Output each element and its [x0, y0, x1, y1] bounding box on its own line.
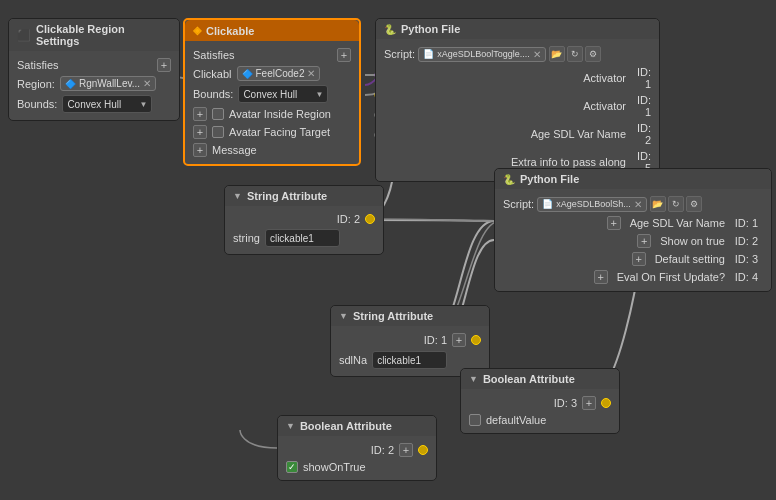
python2-id1-row: + Age SDL Var Name ID: 1 — [503, 214, 763, 232]
python-file-2-header: 🐍 Python File — [495, 169, 771, 189]
python2-id2-row: + Show on true ID: 2 — [503, 232, 763, 250]
python2-id2-add[interactable]: + — [637, 234, 651, 248]
boolean-attribute-1-node: ▼ Boolean Attribute ID: 3 + defaultValue — [460, 368, 620, 434]
message-add[interactable]: + — [193, 143, 207, 157]
bounds-dropdown[interactable]: Convex Hull ▼ — [62, 95, 152, 113]
region-label: Region: — [17, 78, 55, 90]
bool-attr-1-value-label: defaultValue — [486, 414, 546, 426]
clickable-bounds-dropdown[interactable]: Convex Hull ▼ — [238, 85, 328, 103]
avatar-facing-checkbox[interactable] — [212, 126, 224, 138]
string-attr-2-sdlna-input[interactable] — [372, 351, 447, 369]
python1-script-tag: 📄 xAgeSDLBoolToggle.... ✕ — [418, 47, 546, 62]
string-attr-1-icon: ▼ — [233, 191, 242, 201]
clickable-code-row: Clickabl 🔷 FeelCode2 ✕ — [193, 64, 351, 83]
clickable-satisfies-add[interactable]: + — [337, 48, 351, 62]
region-value: RgnWallLev... — [79, 78, 140, 89]
avatar-inside-checkbox[interactable] — [212, 108, 224, 120]
string-attr-1-string-input[interactable] — [265, 229, 340, 247]
bool-attr-2-socket — [418, 445, 428, 455]
string-attr-2-icon: ▼ — [339, 311, 348, 321]
python1-id1b-label: ID: 1 — [631, 94, 651, 118]
python1-id1a-activator: Activator — [583, 72, 626, 84]
region-row: Region: 🔷 RgnWallLev... ✕ — [17, 74, 171, 93]
settings-icon: ⬛ — [17, 29, 31, 42]
clickable-code-value: FeelCode2 — [256, 68, 305, 79]
clickable-code-close[interactable]: ✕ — [307, 68, 315, 79]
boolean-attribute-2-node: ▼ Boolean Attribute ID: 2 + ✓ showOnTrue — [277, 415, 437, 481]
clickable-code-icon: 🔷 — [242, 69, 253, 79]
python2-script-value: xAgeSDLBoolSh... — [556, 199, 631, 209]
python-file-2-title: Python File — [520, 173, 579, 185]
python2-id3-add[interactable]: + — [632, 252, 646, 266]
tag-icon: 🔷 — [65, 79, 76, 89]
python1-id2-row: Age SDL Var Name ID: 2 — [384, 120, 651, 148]
clickable-bounds-value: Convex Hull — [243, 89, 315, 100]
clickable-code-label: Clickabl — [193, 68, 232, 80]
python2-id3-label: ID: 3 — [730, 253, 758, 265]
clickable-satisfies-row: Satisfies + — [193, 46, 351, 64]
string-attr-2-socket — [471, 335, 481, 345]
clickable-title: Clickable — [206, 25, 254, 37]
bool-attr-1-header: ▼ Boolean Attribute — [461, 369, 619, 389]
bool-attr-2-value-row: ✓ showOnTrue — [286, 459, 428, 475]
bool-attr-2-icon: ▼ — [286, 421, 295, 431]
avatar-facing-add[interactable]: + — [193, 125, 207, 139]
python1-id1b-row: Activator ID: 1 — [384, 92, 651, 120]
bool-attr-2-id-row: ID: 2 + — [286, 441, 428, 459]
avatar-facing-row: + Avatar Facing Target — [193, 123, 351, 141]
satisfies-label: Satisfies — [17, 59, 59, 71]
python-icon-2: 🐍 — [503, 174, 515, 185]
bool-attr-1-add[interactable]: + — [582, 396, 596, 410]
string-attr-2-id-row: ID: 1 + — [339, 331, 481, 349]
python2-settings-btn[interactable]: ⚙ — [686, 196, 702, 212]
bool-attr-2-checkbox[interactable]: ✓ — [286, 461, 298, 473]
clickable-code-tag: 🔷 FeelCode2 ✕ — [237, 66, 321, 81]
clickable-region-settings-node: ⬛ Clickable Region Settings Satisfies + … — [8, 18, 180, 121]
python2-id2-text: Show on true — [660, 235, 725, 247]
string-attr-1-title: String Attribute — [247, 190, 327, 202]
python1-settings-btn[interactable]: ⚙ — [585, 46, 601, 62]
string-attribute-2-node: ▼ String Attribute ID: 1 + sdlNa — [330, 305, 490, 377]
clickable-region-settings-header: ⬛ Clickable Region Settings — [9, 19, 179, 51]
python-file-1-title: Python File — [401, 23, 460, 35]
clickable-node: ◈ Clickable Satisfies + Clickabl 🔷 FeelC… — [183, 18, 361, 166]
python1-id2-label-text: Age SDL Var Name — [531, 128, 626, 140]
python-icon-1: 🐍 — [384, 24, 396, 35]
bool-attr-1-checkbox[interactable] — [469, 414, 481, 426]
python2-id3-text: Default setting — [655, 253, 725, 265]
python1-id2-label: ID: 2 — [631, 122, 651, 146]
string-attr-2-add[interactable]: + — [452, 333, 466, 347]
python2-open-btn[interactable]: 📂 — [650, 196, 666, 212]
string-attr-2-title: String Attribute — [353, 310, 433, 322]
avatar-inside-label: Avatar Inside Region — [229, 108, 331, 120]
python2-reload-btn[interactable]: ↻ — [668, 196, 684, 212]
python1-reload-btn[interactable]: ↻ — [567, 46, 583, 62]
satisfies-add-btn[interactable]: + — [157, 58, 171, 72]
python1-id1b-activator: Activator — [583, 100, 626, 112]
bounds-row: Bounds: Convex Hull ▼ — [17, 93, 171, 115]
python1-script-close[interactable]: ✕ — [533, 49, 541, 60]
bool-attr-2-add[interactable]: + — [399, 443, 413, 457]
message-label: Message — [212, 144, 257, 156]
python2-script-icons: 📂 ↻ ⚙ — [650, 196, 702, 212]
bool-attr-2-value-label: showOnTrue — [303, 461, 366, 473]
python2-script-close[interactable]: ✕ — [634, 199, 642, 210]
region-tag-close[interactable]: ✕ — [143, 78, 151, 89]
string-attr-2-sdlna-label: sdlNa — [339, 354, 367, 366]
string-attribute-1-node: ▼ String Attribute ID: 2 string — [224, 185, 384, 255]
python-file-1-header: 🐍 Python File — [376, 19, 659, 39]
avatar-facing-label: Avatar Facing Target — [229, 126, 330, 138]
string-attr-1-value-row: string — [233, 227, 375, 249]
python2-id4-row: + Eval On First Update? ID: 4 — [503, 268, 763, 286]
string-attr-2-value-row: sdlNa — [339, 349, 481, 371]
avatar-inside-add[interactable]: + — [193, 107, 207, 121]
clickable-bounds-row: Bounds: Convex Hull ▼ — [193, 83, 351, 105]
python1-script-row: Script: 📄 xAgeSDLBoolToggle.... ✕ 📂 ↻ ⚙ — [384, 44, 651, 64]
python2-id1-add[interactable]: + — [607, 216, 621, 230]
python1-open-btn[interactable]: 📂 — [549, 46, 565, 62]
python2-id4-add[interactable]: + — [594, 270, 608, 284]
python2-id1-label: ID: 1 — [730, 217, 758, 229]
bounds-label: Bounds: — [17, 98, 57, 110]
python2-id1-text: Age SDL Var Name — [630, 217, 725, 229]
clickable-region-settings-title: Clickable Region Settings — [36, 23, 171, 47]
